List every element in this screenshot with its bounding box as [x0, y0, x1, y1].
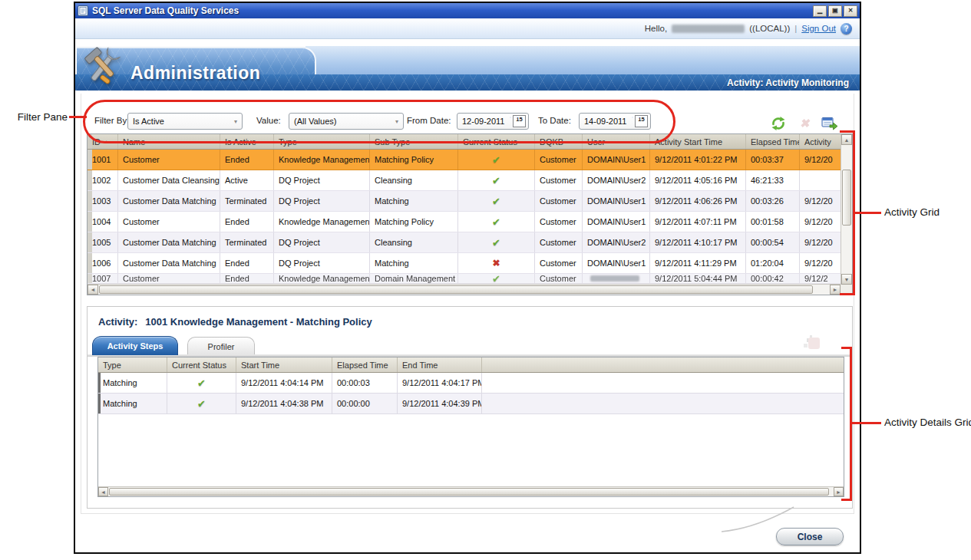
cell-elapsed: 00:03:37 [746, 150, 800, 170]
redacted-user [590, 275, 639, 282]
cell-end: 9/12/2011 4:04:17 PM [398, 373, 482, 393]
from-date-input[interactable]: 12-09-2011 15 [457, 113, 529, 130]
calendar-icon[interactable]: 15 [635, 115, 648, 127]
column-header-end[interactable]: End Time [398, 357, 482, 372]
chevron-down-icon: ▾ [234, 118, 237, 125]
scrollbar-thumb[interactable] [109, 488, 829, 496]
cell-type: DQ Project [274, 170, 370, 190]
scroll-up-icon[interactable]: ▲ [841, 134, 852, 145]
column-header-type[interactable]: Type [274, 134, 370, 149]
cell-start: 9/12/2011 4:10:17 PM [650, 232, 746, 252]
cell-end: 9/12/20 [800, 232, 842, 252]
scroll-down-icon[interactable]: ▼ [841, 274, 852, 285]
column-header-user[interactable]: User [583, 134, 650, 149]
column-header-end[interactable]: Activity [800, 134, 842, 149]
tools-icon [78, 43, 127, 91]
close-button[interactable]: Close [776, 528, 844, 545]
sign-out-link[interactable]: Sign Out [801, 24, 836, 33]
activity-grid-body: 1001CustomerEndedKnowledge ManagementMat… [88, 150, 852, 284]
scroll-left-icon[interactable]: ◄ [98, 487, 108, 496]
table-row[interactable]: Matching✔9/12/2011 4:04:38 PM00:00:009/1… [98, 394, 844, 414]
export-button[interactable] [820, 115, 840, 132]
table-row[interactable]: 1003Customer Data MatchingTerminatedDQ P… [88, 191, 842, 212]
cell-name: Customer Data Matching [118, 253, 220, 273]
cell-end: 9/12/20 [800, 191, 842, 211]
cell-dqkb: Customer [535, 274, 583, 283]
cell-user [583, 274, 650, 283]
refresh-button[interactable] [768, 115, 788, 132]
column-header-type[interactable]: Type [98, 357, 167, 372]
cell-type: Matching [98, 373, 167, 393]
cell-sub_type: Cleansing [370, 232, 458, 252]
column-header-id[interactable]: ID▲ [88, 134, 118, 149]
calendar-icon[interactable]: 15 [513, 115, 526, 127]
scroll-right-icon[interactable]: ► [834, 487, 844, 496]
table-row[interactable]: 1004CustomerEndedKnowledge ManagementMat… [88, 212, 842, 232]
column-header-start[interactable]: Activity Start Time [650, 134, 746, 149]
to-date-input[interactable]: 14-09-2011 15 [579, 113, 651, 130]
activity-value: 1001 Knowledge Management - Matching Pol… [145, 316, 372, 328]
cell-user: DOMAIN\User1 [583, 191, 650, 211]
cell-user: DOMAIN\User2 [583, 232, 650, 252]
table-row[interactable]: 1006Customer Data MatchingEndedDQ Projec… [88, 253, 842, 274]
cell-end: 9/12/20 [800, 212, 842, 232]
column-header-dqkb[interactable]: DQKB [535, 134, 583, 149]
cell-start: 9/12/2011 4:06:26 PM [650, 191, 746, 211]
cell-end: 9/12/2011 4:04:39 PM [398, 394, 482, 413]
cell-dqkb: Customer [535, 191, 583, 211]
cell-is_active: Active [220, 170, 274, 190]
filter-by-select[interactable]: Is Active ▾ [127, 113, 243, 130]
table-row[interactable]: 1001CustomerEndedKnowledge ManagementMat… [88, 150, 842, 170]
cell-type: Knowledge Management [274, 150, 370, 170]
column-header-sub_type[interactable]: Sub Type [370, 134, 458, 149]
minimize-button[interactable]: ▁ [813, 5, 827, 17]
table-row[interactable]: 1007CustomerEndedKnowledge ManagementDom… [88, 274, 842, 284]
restore-button[interactable]: ▣ [828, 5, 842, 17]
cell-start: 9/12/2011 4:05:16 PM [650, 170, 746, 190]
window-title: SQL Server Data Quality Services [92, 5, 239, 16]
horizontal-scrollbar[interactable]: ◄ ► [88, 284, 841, 295]
annotation-line [852, 422, 881, 424]
status-ok-icon: ✔ [197, 398, 206, 410]
help-icon[interactable]: ? [841, 23, 852, 35]
cell-status: ✔ [458, 274, 535, 283]
administration-banner: Administration Activity: Activity Monito… [75, 43, 860, 91]
annotation-activity-details-grid: Activity Details Grid [884, 417, 971, 428]
cell-user: DOMAIN\User1 [583, 212, 650, 232]
cell-user: DOMAIN\User1 [583, 150, 650, 170]
title-bar[interactable]: SQL Server Data Quality Services ▁ ▣ ✕ [75, 3, 860, 18]
column-header-is_active[interactable]: Is Active [220, 134, 274, 149]
column-header-status[interactable]: Current Status [458, 134, 535, 149]
column-header-elapsed[interactable]: Elapsed Time [746, 134, 800, 149]
redacted-username [672, 25, 745, 33]
tab-profiler[interactable]: Profiler [187, 337, 255, 355]
scrollbar-thumb[interactable] [842, 170, 851, 226]
sort-asc-icon: ▲ [104, 139, 109, 144]
column-header-status[interactable]: Current Status [167, 357, 236, 372]
scrollbar-thumb[interactable] [99, 285, 813, 294]
cell-start: 9/12/2011 4:01:22 PM [650, 150, 746, 170]
cell-is_active: Terminated [220, 232, 274, 252]
value-value: (All Values) [294, 117, 336, 126]
value-select[interactable]: (All Values) ▾ [289, 113, 404, 130]
table-row[interactable]: 1002Customer Data CleansingActiveDQ Proj… [88, 170, 842, 191]
column-header-start[interactable]: Start Time [236, 357, 332, 372]
cell-dqkb: Customer [535, 212, 583, 232]
table-row[interactable]: Matching✔9/12/2011 4:04:14 PM00:00:039/1… [98, 373, 844, 394]
scroll-right-icon[interactable]: ► [830, 285, 841, 295]
page-title: Administration [130, 63, 260, 84]
scroll-left-icon[interactable]: ◄ [88, 285, 98, 295]
column-header-name[interactable]: Name [118, 134, 220, 149]
to-date-label: To Date: [538, 116, 571, 125]
value-label: Value: [256, 116, 281, 125]
close-window-button[interactable]: ✕ [844, 5, 857, 17]
cell-user: DOMAIN\User1 [583, 253, 650, 273]
screenshot-canvas: SQL Server Data Quality Services ▁ ▣ ✕ H… [0, 0, 971, 560]
to-date-value: 14-09-2011 [584, 117, 626, 126]
tab-activity-steps[interactable]: Activity Steps [92, 336, 178, 355]
horizontal-scrollbar[interactable]: ◄ ► [98, 486, 844, 496]
vertical-scrollbar[interactable]: ▲ ▼ [841, 134, 852, 285]
column-header-elapsed[interactable]: Elapsed Time [332, 357, 398, 372]
local-label: ((LOCAL)) [749, 24, 790, 33]
table-row[interactable]: 1005Customer Data MatchingTerminatedDQ P… [88, 232, 842, 253]
